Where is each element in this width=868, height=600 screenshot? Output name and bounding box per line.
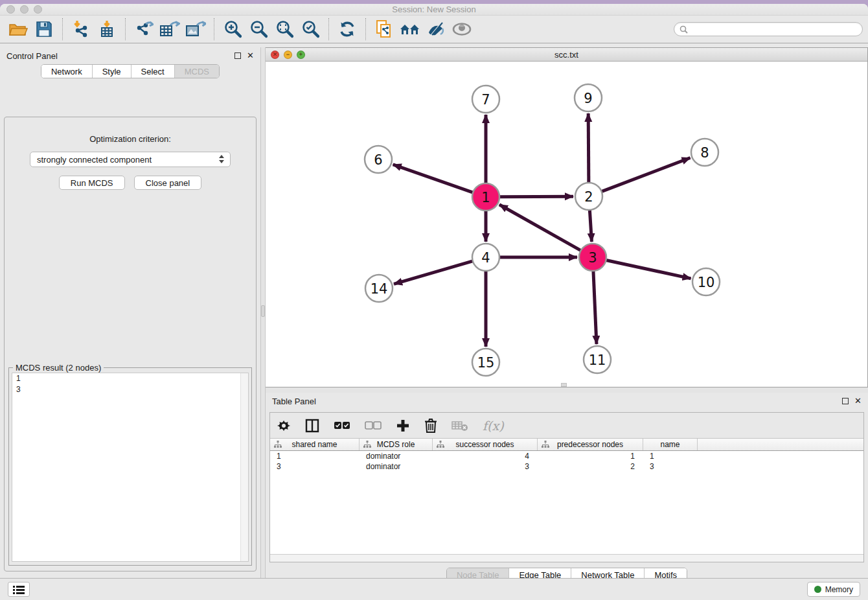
search-input[interactable] (691, 25, 857, 34)
network-graph[interactable]: 7968124314101511 (266, 62, 867, 387)
close-panel-button[interactable]: Close panel (134, 176, 202, 190)
splitter-grip[interactable] (261, 305, 265, 317)
search-box[interactable] (674, 22, 863, 36)
show-columns-icon[interactable] (305, 417, 319, 435)
minimize-network-icon[interactable]: − (284, 51, 292, 59)
first-neighbors-icon[interactable] (399, 18, 421, 40)
hide-selected-icon[interactable] (425, 18, 447, 40)
import-network-icon[interactable] (70, 18, 92, 40)
graph-edge-4-14[interactable] (394, 261, 473, 284)
table-cell[interactable]: 3 (433, 461, 538, 472)
scrollbar-track[interactable] (240, 373, 248, 561)
memory-label: Memory (825, 585, 853, 594)
duplicate-network-icon[interactable] (373, 18, 395, 40)
table-cell[interactable]: 2 (538, 461, 643, 472)
float-table-panel-icon[interactable] (842, 398, 849, 404)
vertical-splitter[interactable] (260, 47, 266, 578)
close-panel-icon[interactable]: ✕ (247, 52, 254, 59)
save-session-icon[interactable] (33, 18, 55, 40)
zoom-in-icon[interactable] (222, 18, 244, 40)
export-network-icon[interactable] (133, 18, 155, 40)
table-empty-area (270, 472, 863, 554)
optimization-criterion-label: Optimization criterion: (5, 134, 256, 144)
table-cell[interactable]: 4 (433, 451, 538, 461)
apply-layout-icon[interactable] (336, 18, 358, 40)
mcds-result-item[interactable]: 1 (12, 373, 248, 384)
zoom-out-icon[interactable] (247, 18, 269, 40)
graph-node-label: 4 (481, 250, 490, 266)
graph-edge-1-6[interactable] (393, 165, 474, 192)
tab-style[interactable]: Style (92, 65, 131, 78)
optimization-criterion-select[interactable]: strongly connected component (30, 152, 231, 167)
app-window: Session: New Session (0, 4, 868, 600)
column-header-shared-name[interactable]: shared name (270, 439, 360, 450)
graph-node-label: 14 (371, 281, 388, 297)
mcds-result-box: MCDS result (2 nodes) 13 (8, 367, 252, 566)
graph-node-label: 6 (374, 152, 382, 168)
table-cell[interactable]: dominator (360, 451, 433, 461)
table-panel-title: Table Panel (272, 397, 316, 406)
graph-edge-3-11[interactable] (593, 271, 597, 344)
table-cell[interactable]: 3 (270, 461, 360, 472)
graph-edge-2-9[interactable] (588, 113, 589, 183)
window-title: Session: New Session (0, 5, 868, 14)
column-header-predecessor-nodes[interactable]: predecessor nodes (538, 439, 643, 450)
mcds-panel: Optimization criterion: strongly connect… (4, 117, 257, 571)
mcds-result-item[interactable]: 3 (12, 384, 248, 395)
graph-edge-3-1[interactable] (499, 205, 581, 251)
select-all-icon[interactable] (334, 417, 350, 435)
run-mcds-button[interactable]: Run MCDS (59, 176, 125, 190)
tab-mcds[interactable]: MCDS (174, 65, 219, 78)
toolbar-separator (62, 18, 63, 40)
table-settings-icon[interactable] (277, 417, 291, 435)
table-cell[interactable]: dominator (360, 461, 433, 472)
table-cell[interactable]: 1 (643, 451, 698, 461)
memory-button[interactable]: Memory (807, 582, 860, 597)
chevron-up-down-icon (219, 155, 224, 163)
column-header-successor-nodes[interactable]: successor nodes (433, 439, 538, 450)
tab-select[interactable]: Select (131, 65, 174, 78)
table-row[interactable]: 1dominator411 (270, 451, 863, 461)
import-table-icon[interactable] (96, 18, 118, 40)
open-session-icon[interactable] (7, 18, 29, 40)
task-history-button[interactable] (8, 582, 30, 597)
optimization-criterion-value: strongly connected component (37, 155, 152, 165)
table-cell[interactable]: 1 (538, 451, 643, 461)
column-header-MCDS-role[interactable]: MCDS role (360, 439, 433, 450)
table-cell[interactable]: 3 (643, 461, 698, 472)
table-rows: 1dominator4113dominator323 (270, 451, 863, 472)
table-cell[interactable]: 1 (270, 451, 360, 461)
table-panel: Table Panel ✕ (266, 393, 868, 578)
show-graphics-details-icon[interactable] (451, 18, 473, 40)
mcds-result-list[interactable]: 13 (12, 373, 249, 562)
graph-node-label: 2 (584, 189, 593, 205)
export-image-icon[interactable] (185, 18, 207, 40)
function-builder-icon[interactable]: f(x) (483, 417, 504, 435)
tab-network[interactable]: Network (41, 65, 92, 78)
graph-edge-1-2[interactable] (499, 196, 573, 197)
network-window-titlebar: ✕ − + scc.txt (266, 48, 867, 62)
export-table-icon[interactable] (159, 18, 181, 40)
add-column-icon[interactable] (396, 417, 410, 435)
mcds-result-title: MCDS result (2 nodes) (13, 363, 104, 373)
deselect-all-icon[interactable] (365, 417, 382, 435)
zoom-network-icon[interactable]: + (297, 51, 305, 59)
float-panel-icon[interactable] (234, 52, 241, 59)
toolbar-separator (214, 18, 214, 40)
network-canvas[interactable]: 7968124314101511 (266, 62, 867, 387)
graph-edge-3-10[interactable] (606, 260, 691, 278)
zoom-fit-icon[interactable] (273, 18, 295, 40)
zoom-selected-icon[interactable] (299, 18, 321, 40)
close-network-icon[interactable]: ✕ (271, 51, 279, 59)
delete-column-icon[interactable] (424, 417, 437, 435)
horizontal-splitter[interactable] (266, 387, 868, 393)
column-header-name[interactable]: name (643, 439, 698, 450)
toolbar-separator (125, 18, 126, 40)
close-table-panel-icon[interactable]: ✕ (854, 398, 862, 404)
table-hscrollbar[interactable] (270, 554, 863, 562)
graph-edge-2-3[interactable] (589, 210, 591, 242)
table-row[interactable]: 3dominator323 (270, 461, 863, 472)
graph-edge-2-8[interactable] (602, 158, 691, 192)
delete-table-icon[interactable] (451, 417, 468, 435)
canvas-grip[interactable] (561, 383, 567, 387)
